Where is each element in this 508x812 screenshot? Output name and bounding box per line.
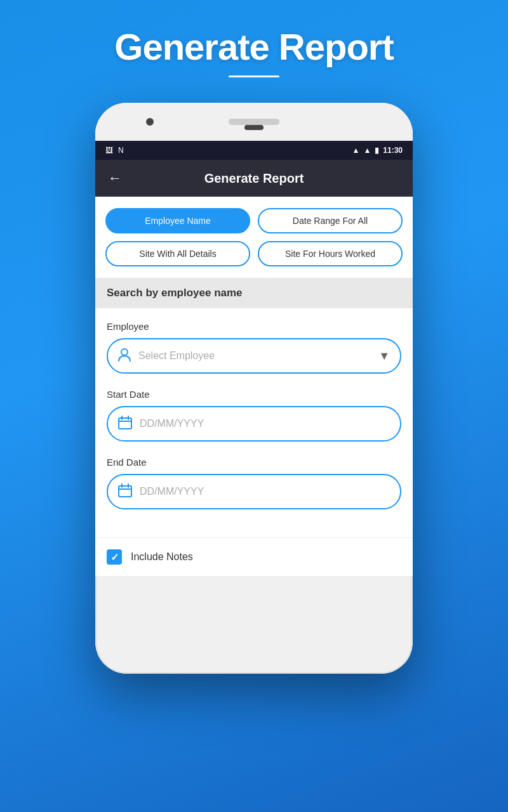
start-date-placeholder: DD/MM/YYYY bbox=[140, 418, 390, 429]
phone-screen: 🖼 N ▲ ▲ ▮ 11:30 ← Generate Report Employ… bbox=[95, 141, 413, 576]
app-header-title: Generate Report bbox=[204, 171, 304, 186]
end-date-label: End Date bbox=[107, 457, 401, 468]
page-title-area: Generate Report bbox=[0, 0, 508, 90]
end-date-input[interactable]: DD/MM/YYYY bbox=[107, 474, 401, 509]
status-right-icons: ▲ ▲ ▮ 11:30 bbox=[352, 146, 403, 155]
phone-camera bbox=[146, 118, 154, 126]
wifi-icon: ▲ bbox=[352, 146, 360, 155]
status-bar: 🖼 N ▲ ▲ ▮ 11:30 bbox=[95, 141, 413, 160]
checkbox-area: ✓ Include Notes bbox=[95, 537, 413, 576]
employee-label: Employee bbox=[107, 321, 401, 332]
end-date-placeholder: DD/MM/YYYY bbox=[140, 486, 390, 497]
svg-point-0 bbox=[121, 349, 128, 355]
checkmark-icon: ✓ bbox=[110, 551, 119, 563]
start-date-label: Start Date bbox=[107, 389, 401, 400]
phone-frame: 🖼 N ▲ ▲ ▮ 11:30 ← Generate Report Employ… bbox=[95, 103, 413, 674]
phone-top bbox=[95, 103, 413, 141]
calendar-icon-start bbox=[118, 416, 132, 433]
include-notes-label: Include Notes bbox=[131, 551, 193, 563]
phone-sensor bbox=[244, 125, 264, 130]
dropdown-arrow-employee: ▼ bbox=[378, 350, 390, 363]
filter-tabs: Employee Name Date Range For All Site Wi… bbox=[95, 197, 413, 278]
tab-site-hours[interactable]: Site For Hours Worked bbox=[258, 241, 403, 266]
employee-field-group: Employee Select Employee ▼ bbox=[107, 321, 401, 374]
status-left-icons: 🖼 N bbox=[105, 146, 124, 155]
tab-employee-name[interactable]: Employee Name bbox=[105, 208, 250, 233]
person-icon bbox=[118, 348, 131, 365]
app-header: ← Generate Report bbox=[95, 160, 413, 197]
back-button[interactable]: ← bbox=[108, 170, 122, 187]
section-header: Search by employee name bbox=[95, 278, 413, 308]
form-area: Employee Select Employee ▼ Start Date bbox=[95, 308, 413, 537]
include-notes-checkbox[interactable]: ✓ bbox=[107, 549, 122, 565]
page-title: Generate Report bbox=[0, 25, 508, 68]
svg-rect-1 bbox=[119, 418, 131, 429]
battery-icon: ▮ bbox=[375, 146, 379, 155]
employee-select[interactable]: Select Employee ▼ bbox=[107, 338, 401, 374]
start-date-input[interactable]: DD/MM/YYYY bbox=[107, 406, 401, 442]
employee-placeholder: Select Employee bbox=[138, 350, 378, 362]
tab-date-range[interactable]: Date Range For All bbox=[258, 208, 403, 233]
svg-rect-5 bbox=[119, 486, 131, 497]
notification-icon-1: 🖼 bbox=[105, 146, 113, 155]
signal-icon: ▲ bbox=[363, 146, 371, 155]
notification-icon-2: N bbox=[118, 146, 124, 155]
end-date-field-group: End Date DD/MM/YYYY bbox=[107, 457, 401, 509]
calendar-icon-end bbox=[118, 483, 132, 501]
phone-speaker bbox=[229, 119, 279, 125]
tab-site-all-details[interactable]: Site With All Details bbox=[105, 241, 250, 266]
status-time: 11:30 bbox=[383, 146, 403, 155]
title-divider bbox=[229, 75, 279, 77]
start-date-field-group: Start Date DD/MM/YYYY bbox=[107, 389, 401, 442]
